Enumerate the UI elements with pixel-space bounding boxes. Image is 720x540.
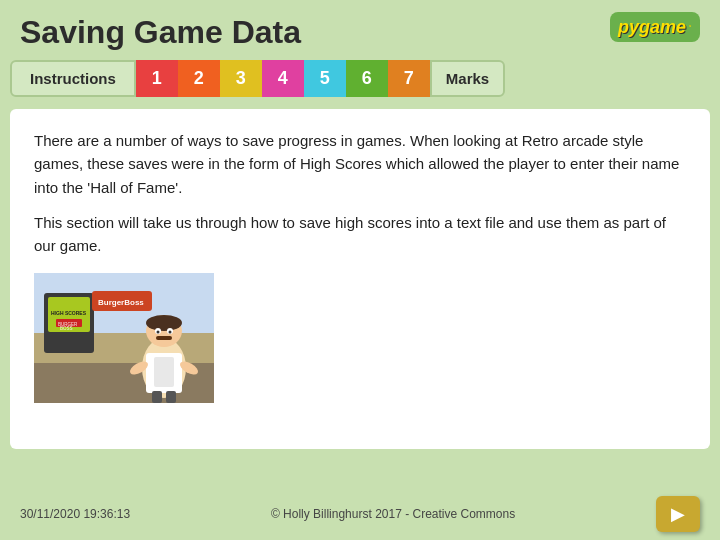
footer-copyright: © Holly Billinghurst 2017 - Creative Com…	[271, 507, 515, 521]
game-scene-svg: HIGH SCORES BURGER BOSS	[34, 273, 214, 403]
footer: 30/11/2020 19:36:13 © Holly Billinghurst…	[0, 496, 720, 532]
svg-rect-21	[154, 357, 174, 387]
content-text: There are a number of ways to save progr…	[34, 129, 686, 257]
header: Saving Game Data pygame	[0, 0, 720, 60]
nav-num-5[interactable]: 5	[304, 60, 346, 97]
footer-date: 30/11/2020 19:36:13	[20, 507, 130, 521]
nav-num-4[interactable]: 4	[262, 60, 304, 97]
next-button[interactable]	[656, 496, 700, 532]
nav-bar: Instructions 1 2 3 4 5 6 7 Marks	[10, 60, 710, 97]
paragraph-1: There are a number of ways to save progr…	[34, 129, 686, 199]
nav-num-7[interactable]: 7	[388, 60, 430, 97]
nav-marks[interactable]: Marks	[430, 60, 505, 97]
pygame-snake-icon	[688, 16, 692, 38]
svg-rect-19	[156, 336, 172, 340]
svg-rect-24	[152, 391, 162, 403]
svg-text:HIGH SCORES: HIGH SCORES	[51, 310, 87, 316]
svg-point-18	[169, 331, 172, 334]
pygame-logo-text: pygame	[618, 17, 686, 38]
svg-point-14	[146, 315, 182, 331]
nav-num-3[interactable]: 3	[220, 60, 262, 97]
game-image: HIGH SCORES BURGER BOSS	[34, 273, 214, 403]
page-container: Saving Game Data pygame Instructions 1 2…	[0, 0, 720, 540]
pygame-logo-inner: pygame	[610, 12, 700, 42]
svg-text:BurgerBoss: BurgerBoss	[98, 298, 144, 307]
content-area: There are a number of ways to save progr…	[10, 109, 710, 449]
svg-point-17	[157, 331, 160, 334]
nav-num-2[interactable]: 2	[178, 60, 220, 97]
nav-instructions[interactable]: Instructions	[10, 60, 136, 97]
svg-text:BOSS: BOSS	[60, 326, 73, 331]
nav-num-1[interactable]: 1	[136, 60, 178, 97]
nav-num-6[interactable]: 6	[346, 60, 388, 97]
svg-rect-25	[166, 391, 176, 403]
nav-numbers: 1 2 3 4 5 6 7	[136, 60, 430, 97]
page-title: Saving Game Data	[20, 14, 301, 51]
pygame-logo: pygame	[610, 12, 700, 52]
paragraph-2: This section will take us through how to…	[34, 211, 686, 258]
